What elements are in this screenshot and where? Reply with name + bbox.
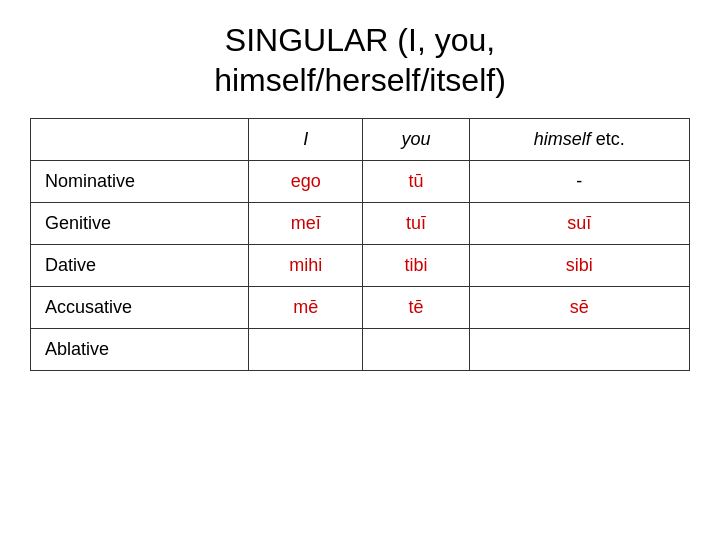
form-col3: sē xyxy=(469,287,689,329)
form-col2: tū xyxy=(363,161,469,203)
case-label: Ablative xyxy=(31,329,249,371)
header-col3: himself etc. xyxy=(469,119,689,161)
case-label: Genitive xyxy=(31,203,249,245)
table-row: Dativemihitibisibi xyxy=(31,245,690,287)
form-col1 xyxy=(249,329,363,371)
form-col3: sibi xyxy=(469,245,689,287)
header-case xyxy=(31,119,249,161)
form-col2 xyxy=(363,329,469,371)
form-col2: tē xyxy=(363,287,469,329)
page-title: SINGULAR (I, you, himself/herself/itself… xyxy=(214,20,506,100)
form-col1: meī xyxy=(249,203,363,245)
form-col3 xyxy=(469,329,689,371)
case-label: Accusative xyxy=(31,287,249,329)
form-col2: tuī xyxy=(363,203,469,245)
form-col1: mihi xyxy=(249,245,363,287)
table-row: Nominativeegotū- xyxy=(31,161,690,203)
table-header-row: I you himself etc. xyxy=(31,119,690,161)
table-row: Ablative xyxy=(31,329,690,371)
case-label: Nominative xyxy=(31,161,249,203)
header-col2: you xyxy=(363,119,469,161)
header-col1: I xyxy=(249,119,363,161)
table-row: Accusativemētēsē xyxy=(31,287,690,329)
header-col3-plain: etc. xyxy=(591,129,625,149)
grammar-table: I you himself etc. Nominativeegotū-Genit… xyxy=(30,118,690,371)
table-body: Nominativeegotū-GenitivemeītuīsuīDativem… xyxy=(31,161,690,371)
form-col3: suī xyxy=(469,203,689,245)
case-label: Dative xyxy=(31,245,249,287)
form-col1: mē xyxy=(249,287,363,329)
table-row: Genitivemeītuīsuī xyxy=(31,203,690,245)
form-col3: - xyxy=(469,161,689,203)
form-col1: ego xyxy=(249,161,363,203)
header-col3-italic: himself xyxy=(534,129,591,149)
form-col2: tibi xyxy=(363,245,469,287)
